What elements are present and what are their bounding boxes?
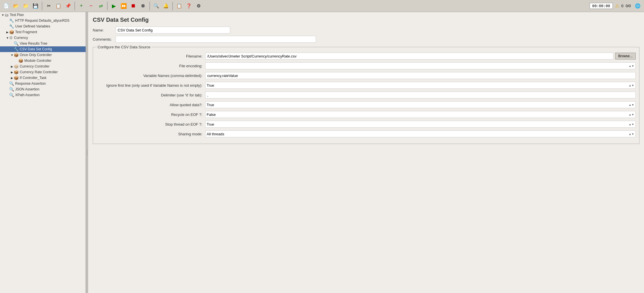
name-row: Name: xyxy=(93,27,639,33)
delimiter-row: Delimiter (use '\t' for tab): xyxy=(96,92,636,98)
xpath-assertion-icon: 🔍 xyxy=(9,93,14,97)
filename-field-container: Browse... xyxy=(205,53,636,60)
json-assertion-icon: 🔍 xyxy=(9,87,14,92)
sidebar: ▼ 🗂 Test Plan 🔧 HTTP Request Defaults_al… xyxy=(0,12,86,293)
file-encoding-label: File encoding: xyxy=(96,64,205,68)
sidebar-item-test-plan[interactable]: ▼ 🗂 Test Plan xyxy=(0,12,86,18)
toggle-test-plan[interactable]: ▼ xyxy=(1,13,5,17)
toggle-once[interactable]: ▼ xyxy=(10,54,14,57)
sidebar-item-label: JSON Assertion xyxy=(15,87,39,91)
filename-row: Filename: Browse... xyxy=(96,53,636,60)
sidebar-item-if-controller[interactable]: ▶ 📦 If Controller_Task xyxy=(0,75,86,81)
toolbar-right: 00:00:00 ⚠ 0 0/0 🌐 xyxy=(590,1,642,11)
cut-button[interactable]: ✂ xyxy=(44,1,53,11)
warning-count: 0 xyxy=(621,4,623,8)
run-remote-button[interactable]: ⇄ xyxy=(96,1,105,11)
file-encoding-arrow: ▲▼ xyxy=(629,64,634,68)
comments-input[interactable] xyxy=(116,36,316,43)
sidebar-divider[interactable]: ⋮ xyxy=(86,12,88,293)
plugin-settings-button[interactable]: ⚙ xyxy=(194,1,203,11)
allow-quoted-row: Allow quoted data?: True ▲▼ xyxy=(96,101,636,108)
http-defaults-icon: 🔧 xyxy=(9,18,14,23)
separator-4 xyxy=(149,2,150,10)
stop-thread-label: Stop thread on EOF ?: xyxy=(96,122,205,126)
shutdown-button[interactable]: ⏺ xyxy=(139,1,148,11)
file-encoding-select[interactable]: ▲▼ xyxy=(205,62,636,69)
sidebar-item-currency-rate-controller[interactable]: ▶ 📦 Currency Rate Controller xyxy=(0,69,86,75)
variable-names-input[interactable] xyxy=(205,72,636,79)
currency-controller-icon: 📦 xyxy=(14,64,19,69)
sidebar-item-http-defaults[interactable]: 🔧 HTTP Request Defaults_aliyunRDS xyxy=(0,18,86,23)
sharing-mode-arrow: ▲▼ xyxy=(629,132,634,136)
clear-button[interactable]: 🔔 xyxy=(161,1,171,11)
sidebar-item-label: Response Assertion xyxy=(15,82,46,86)
stop-thread-select[interactable]: True ▲▼ xyxy=(205,121,636,128)
save-button[interactable]: 💾 xyxy=(31,1,40,11)
new-button[interactable]: 📄 xyxy=(2,1,11,11)
timer-display: 00:00:00 xyxy=(590,3,613,9)
remote-engine-button[interactable]: 🌐 xyxy=(633,1,642,11)
start-button[interactable]: ▶ xyxy=(109,1,118,11)
toggle-if[interactable]: ▶ xyxy=(10,76,14,80)
allow-quoted-value: True xyxy=(207,103,214,107)
comments-label: Comments: xyxy=(93,37,116,41)
stop-thread-value: True xyxy=(207,122,214,126)
stop-button[interactable]: ⏹ xyxy=(129,1,138,11)
toggle-crc[interactable]: ▶ xyxy=(10,71,14,74)
sidebar-item-label: Currency xyxy=(14,36,28,40)
filename-input[interactable] xyxy=(205,53,613,60)
currency-rate-controller-icon: 📦 xyxy=(14,70,19,74)
sidebar-item-xpath-assertion[interactable]: 🔍 XPath Assertion xyxy=(0,92,86,98)
sidebar-item-view-results[interactable]: 🔍 View Results Tree xyxy=(0,41,86,46)
sidebar-item-module-controller[interactable]: 📦 Module Controller xyxy=(0,58,86,64)
warning-icon: ⚠ xyxy=(615,3,619,9)
ignore-first-line-row: Ignore first line (only used if Variable… xyxy=(96,82,636,89)
stop-thread-row: Stop thread on EOF ?: True ▲▼ xyxy=(96,121,636,128)
name-input[interactable] xyxy=(116,27,230,33)
browse-button[interactable]: Browse... xyxy=(615,53,636,60)
view-results-icon: 🔍 xyxy=(14,41,19,46)
recycle-eof-select[interactable]: False ▲▼ xyxy=(205,111,636,118)
csv-group: Configure the CSV Data Source Filename: … xyxy=(93,45,639,144)
error-ratio: 0/0 xyxy=(626,4,631,8)
sidebar-item-json-assertion[interactable]: 🔍 JSON Assertion xyxy=(0,86,86,92)
list-button[interactable]: 📋 xyxy=(175,1,184,11)
toggle-fragment[interactable]: ▶ xyxy=(6,31,9,34)
sidebar-item-test-fragment[interactable]: ▶ 📦 Test Fragment xyxy=(0,29,86,35)
recycle-eof-row: Recycle on EOF ?: False ▲▼ xyxy=(96,111,636,118)
sidebar-item-user-variables[interactable]: 🔧 User Defined Variables xyxy=(0,23,86,29)
sidebar-item-label: CSV Data Set Config xyxy=(20,47,52,51)
ignore-first-line-arrow: ▲▼ xyxy=(629,84,634,87)
ignore-first-line-select[interactable]: True ▲▼ xyxy=(205,82,636,89)
delimiter-input[interactable] xyxy=(205,92,636,98)
copy-button[interactable]: 📋 xyxy=(54,1,63,11)
toggle-currency[interactable]: ▼ xyxy=(6,36,9,39)
open-button[interactable]: 📁 xyxy=(21,1,30,11)
toggle-cc[interactable]: ▶ xyxy=(10,65,14,68)
remove-button[interactable]: − xyxy=(86,1,96,11)
sidebar-item-response-assertion[interactable]: 🔍 Response Assertion xyxy=(0,81,86,86)
sidebar-item-label: Test Plan xyxy=(10,13,24,17)
separator-2 xyxy=(74,2,75,10)
sidebar-item-label: HTTP Request Defaults_aliyunRDS xyxy=(15,19,70,23)
sidebar-item-currency-controller[interactable]: ▶ 📦 Currency Controller xyxy=(0,64,86,69)
sharing-mode-select[interactable]: All threads ▲▼ xyxy=(205,130,636,137)
help-button[interactable]: ❓ xyxy=(184,1,193,11)
test-plan-icon: 🗂 xyxy=(5,13,9,17)
add-button[interactable]: + xyxy=(77,1,86,11)
name-label: Name: xyxy=(93,28,116,32)
templates-button[interactable]: 📂 xyxy=(11,1,21,11)
sidebar-item-label: Test Fragment xyxy=(15,30,37,34)
allow-quoted-select[interactable]: True ▲▼ xyxy=(205,101,636,108)
sidebar-item-once-only[interactable]: ▼ 📦 Once Only Controller xyxy=(0,52,86,58)
recycle-eof-arrow: ▲▼ xyxy=(629,113,634,116)
sharing-mode-row: Sharing mode: All threads ▲▼ xyxy=(96,130,636,137)
sharing-mode-label: Sharing mode: xyxy=(96,132,205,136)
search-button[interactable]: 🔍 xyxy=(152,1,161,11)
stop-thread-arrow: ▲▼ xyxy=(629,123,634,126)
allow-quoted-arrow: ▲▼ xyxy=(629,103,634,106)
start-nopause-button[interactable]: ⏩ xyxy=(119,1,128,11)
sidebar-item-csv-config[interactable]: 🔧 CSV Data Set Config xyxy=(0,46,86,52)
paste-button[interactable]: 📌 xyxy=(64,1,73,11)
sidebar-item-currency[interactable]: ▼ ⚙ Currency xyxy=(0,35,86,41)
